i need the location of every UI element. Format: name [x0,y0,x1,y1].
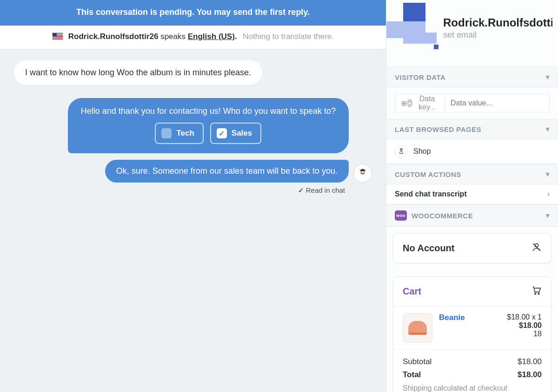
message-incoming: I want to know how long Woo the album is… [14,60,262,85]
last-pages-label: LAST BROWSED PAGES [395,125,481,133]
product-qty: 18 [507,330,542,338]
page-icon [395,145,408,158]
visitor-name: Rodrick.Runolfsdottir26 [68,32,159,41]
product-name[interactable]: Beanie [439,313,465,338]
checkbox-icon [161,128,172,138]
cart-title: Cart [403,286,421,297]
product-total-price: $18.00 [507,321,542,330]
flag-icon [52,33,63,40]
chat-scroll[interactable]: I want to know how long Woo the album is… [0,49,386,392]
agent-face-icon [357,168,368,179]
svg-point-9 [535,293,536,294]
check-icon: ✓ [298,186,304,194]
read-text: Read in chat [306,186,345,194]
chevron-down-icon: ▾ [546,170,550,178]
svg-line-8 [533,244,540,251]
page-shop[interactable]: Shop [386,139,558,164]
message-outgoing-1: Hello and thank you for contacting us! W… [68,98,349,153]
no-account-label: No Account [403,243,454,254]
set-email-button[interactable]: set email [443,30,552,40]
action-send-transcript[interactable]: Send chat transcript › [386,184,558,204]
total-value: $18.00 [518,370,542,379]
message-outgoing-2: Ok, sure. Someone from our sales team wi… [105,160,349,183]
account-card: No Account [393,233,551,263]
section-last-pages[interactable]: LAST BROWSED PAGES ▾ [386,119,558,139]
option-tech-label: Tech [176,129,194,138]
svg-point-10 [538,293,539,294]
section-custom-actions[interactable]: CUSTOM ACTIONS ▾ [386,164,558,184]
option-sales-label: Sales [232,129,252,138]
subtotal-label: Subtotal [403,357,432,366]
product-line-price: $18.00 x 1 [507,313,542,321]
svg-point-3 [362,172,362,173]
chevron-right-icon: › [547,190,550,198]
sidebar: Rodrick.Runolfsdottir26 set email VISITO… [386,0,558,392]
profile-name: Rodrick.Runolfsdottir26 [443,16,552,29]
total-label: Total [403,370,421,379]
data-value-input[interactable] [445,94,550,112]
translate-note: Nothing to translate there. [243,32,334,41]
page-shop-label: Shop [413,147,431,156]
data-key-input[interactable]: + Data key... [395,94,445,112]
profile-block: Rodrick.Runolfsdottir26 set email [386,0,558,67]
data-key-placeholder: Data key... [415,95,439,111]
chat-pane: This conversation is pending. You may se… [0,0,386,392]
woo-icon: woo [395,210,407,221]
agent-avatar-icon [353,164,372,183]
svg-rect-2 [362,169,364,170]
section-woocommerce[interactable]: woo WOOCOMMERCE ▾ [386,204,558,227]
option-tech[interactable]: Tech [155,123,203,144]
cart-totals: Subtotal $18.00 Total $18.00 Shipping ca… [393,350,551,392]
option-sales[interactable]: Sales [210,123,261,144]
visitor-data-label: VISITOR DATA [395,73,445,81]
plus-icon: + [407,99,412,107]
shipping-note: Shipping calculated at checkout [403,384,542,392]
translate-bar: Rodrick.Runolfsdottir26 speaks English (… [0,26,386,49]
svg-point-6 [400,149,403,150]
chevron-down-icon: ▾ [546,125,550,133]
custom-actions-label: CUSTOM ACTIONS [395,170,461,178]
checkbox-checked-icon [217,128,227,138]
cart-item[interactable]: Beanie $18.00 x 1 $18.00 18 [393,307,551,350]
chevron-down-icon: ▾ [546,73,550,81]
cart-icon [531,285,542,298]
avatar-icon [386,3,437,53]
svg-point-4 [363,172,364,173]
user-off-icon [531,242,542,255]
product-thumb [403,313,432,343]
subtotal-value: $18.00 [518,357,542,366]
section-visitor-data[interactable]: VISITOR DATA ▾ [386,67,558,87]
chevron-down-icon: ▾ [546,211,550,220]
woocommerce-label: WOOCOMMERCE [412,212,473,220]
language-link[interactable]: English (US) [188,32,235,41]
out1-text: Hello and thank you for contacting us! W… [81,106,336,116]
read-indicator: ✓Read in chat [14,186,372,195]
send-transcript-label: Send chat transcript [395,190,467,198]
visitor-data-inputs: + Data key... [386,87,558,119]
pending-banner: This conversation is pending. You may se… [0,0,386,26]
cart-card: Cart Beanie $18.00 x 1 $18.00 18 Subtota… [393,276,551,392]
speaks-label: speaks [160,32,186,41]
